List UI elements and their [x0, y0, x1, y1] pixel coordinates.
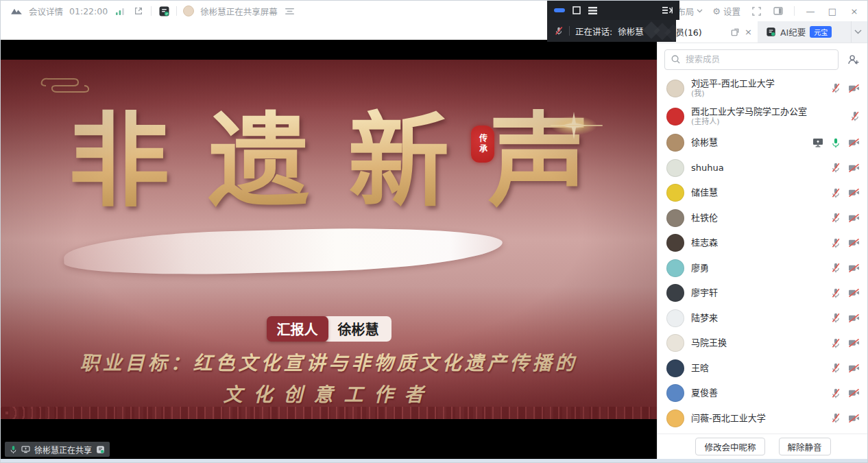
panel-tabbar: 成员(16) × AI纪要 元宝	[658, 21, 868, 43]
mic-muted-icon[interactable]	[831, 213, 841, 223]
member-row[interactable]: 刘远平-西北工业大学(我)	[658, 74, 868, 102]
ai-badge: 元宝	[810, 26, 832, 38]
career-goal-line1: 职业目标：红色文化宣讲与非物质文化遗产传播的	[1, 348, 657, 375]
members-panel: 成员(16) × AI纪要 元宝	[657, 21, 868, 459]
list-view-icon[interactable]	[588, 7, 597, 14]
mic-muted-icon[interactable]	[850, 111, 860, 121]
camera-off-icon[interactable]	[848, 263, 860, 273]
minimize-bar-icon[interactable]	[554, 8, 565, 12]
sharer-avatar	[183, 5, 194, 16]
member-avatar	[666, 209, 684, 227]
reporter-label: 汇报人	[267, 316, 328, 342]
camera-off-icon[interactable]	[848, 313, 860, 323]
member-row[interactable]: 夏俊善	[658, 381, 868, 406]
camera-off-icon[interactable]	[848, 238, 860, 248]
maximize-button[interactable]: □	[826, 6, 839, 16]
reporter-row: 汇报人 徐彬慧	[1, 316, 657, 342]
member-name: 徐彬慧	[691, 137, 806, 148]
member-avatar	[666, 234, 684, 252]
member-row[interactable]: 廖勇	[658, 256, 868, 281]
collapse-panel-icon[interactable]	[662, 6, 673, 14]
speaking-name: 徐彬慧	[618, 25, 644, 38]
member-name: 夏俊善	[691, 388, 824, 399]
camera-off-icon[interactable]	[848, 138, 860, 147]
camera-off-icon[interactable]	[848, 364, 860, 373]
member-row[interactable]: 闫薇-西北工业大学	[658, 406, 868, 431]
minimize-button[interactable]: —	[804, 6, 817, 16]
member-row[interactable]: 桂志森	[658, 230, 868, 256]
mic-muted-icon[interactable]	[831, 163, 841, 173]
member-avatar	[666, 108, 684, 126]
titlebar: 会议详情 01:22:00 徐彬慧正在共享屏幕 演讲者布局	[1, 1, 867, 21]
mic-muted-icon[interactable]	[831, 413, 841, 423]
floating-toolbar	[547, 1, 679, 20]
mic-active-icon	[10, 445, 17, 454]
camera-off-icon[interactable]	[848, 414, 860, 423]
member-row[interactable]: 西北工业大学马院学工办公室(主持人)	[658, 102, 868, 130]
member-status-icons	[831, 163, 860, 173]
meeting-timer: 01:22:00	[69, 6, 108, 16]
member-status-icons	[812, 138, 860, 148]
member-info: 闫薇-西北工业大学	[691, 413, 824, 424]
member-info: 夏俊善	[691, 388, 824, 399]
member-info: 桂志森	[691, 237, 824, 248]
mic-muted-icon[interactable]	[831, 338, 841, 348]
fullscreen-icon[interactable]	[750, 5, 762, 17]
member-row[interactable]: shuhua	[658, 156, 868, 181]
member-avatar	[666, 259, 684, 277]
member-row[interactable]: 廖宇轩	[658, 281, 868, 306]
app-logo-icon	[10, 5, 23, 17]
side-panel-toggle-icon[interactable]	[772, 5, 784, 17]
camera-off-icon[interactable]	[848, 338, 860, 348]
rename-button[interactable]: 修改会中昵称	[695, 438, 764, 455]
mic-muted-icon[interactable]	[831, 363, 841, 373]
member-row[interactable]: 储佳慧	[658, 180, 868, 206]
mic-muted-icon[interactable]	[831, 388, 841, 399]
search-members-input[interactable]	[664, 49, 839, 70]
presentation-slide: 非遗新声 传承 汇报人 徐彬慧 职业目标：红色文化宣讲与非物质文化遗产传播的 文…	[1, 60, 657, 419]
divider	[176, 6, 177, 16]
cloud-ornament	[36, 73, 102, 97]
unmute-button[interactable]: 解除静音	[779, 438, 831, 455]
popout-window-icon[interactable]	[132, 5, 145, 17]
member-info: 马院王换	[691, 337, 824, 348]
member-name: 王晗	[691, 363, 824, 374]
recording-icon[interactable]	[158, 5, 170, 17]
mic-muted-icon[interactable]	[831, 83, 841, 93]
camera-off-icon[interactable]	[848, 288, 860, 298]
member-row[interactable]: 杜铁伦	[658, 206, 868, 231]
mic-on-icon[interactable]	[831, 138, 841, 148]
close-button[interactable]: ×	[848, 6, 860, 16]
member-info: shuhua	[691, 163, 824, 174]
add-member-button[interactable]	[844, 51, 862, 69]
meeting-window: 会议详情 01:22:00 徐彬慧正在共享屏幕 演讲者布局	[0, 0, 868, 463]
mic-muted-icon[interactable]	[831, 263, 841, 273]
member-row[interactable]: 陆梦来	[658, 306, 868, 331]
layout-switch-icon[interactable]	[284, 5, 296, 17]
mic-muted-icon[interactable]	[831, 188, 841, 198]
member-name: 刘远平-西北工业大学	[691, 78, 824, 89]
mic-muted-icon[interactable]	[831, 288, 841, 298]
member-info: 徐彬慧	[691, 137, 806, 148]
member-name: 西北工业大学马院学工办公室	[691, 106, 843, 117]
member-name: 储佳慧	[691, 187, 824, 198]
mic-muted-icon[interactable]	[831, 238, 841, 248]
camera-off-icon[interactable]	[848, 188, 860, 198]
member-avatar	[666, 184, 684, 202]
member-row[interactable]: 徐彬慧	[658, 130, 868, 156]
member-row[interactable]: 马院王换	[658, 331, 868, 356]
member-name: 桂志森	[691, 237, 824, 248]
camera-off-icon[interactable]	[848, 213, 860, 223]
camera-off-icon[interactable]	[848, 84, 860, 93]
close-panel-icon[interactable]: ×	[745, 27, 752, 37]
tab-ai-notes[interactable]: AI纪要 元宝	[758, 21, 851, 43]
camera-off-icon[interactable]	[848, 388, 860, 398]
camera-off-icon[interactable]	[848, 163, 860, 173]
panel-more-chevron[interactable]	[851, 21, 868, 43]
meeting-details-menu[interactable]: 会议详情	[29, 5, 63, 18]
popout-panel-icon[interactable]	[731, 28, 739, 36]
member-row[interactable]: 王晗	[658, 356, 868, 381]
mic-muted-icon[interactable]	[831, 313, 841, 323]
settings-button[interactable]: ⚙ 设置	[712, 5, 740, 18]
window-mode-icon[interactable]	[572, 6, 581, 14]
